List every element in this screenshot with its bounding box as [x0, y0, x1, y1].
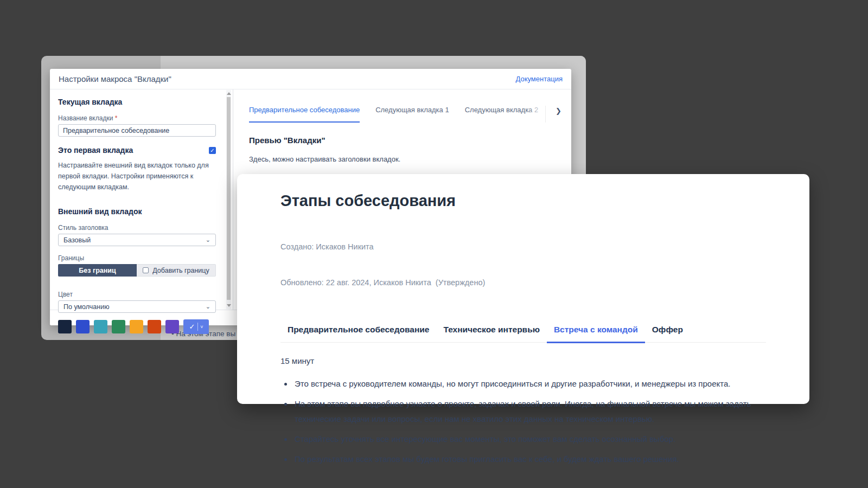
preview-tab-1[interactable]: Предварительное собеседование: [249, 106, 360, 123]
list-item: Это встреча с руководителем команды, но …: [293, 376, 766, 391]
list-item: По результатам всех этапов мы будем гото…: [293, 452, 766, 467]
first-tab-row: Это первая вкладка ✓: [58, 146, 216, 155]
preview-tab-2[interactable]: Следующая вкладка 1: [375, 106, 449, 123]
tab-name-input[interactable]: [58, 124, 216, 137]
preview-tabs-scroller: Предварительное собеседование Следующая …: [249, 106, 545, 123]
color-value: По умолчанию: [63, 303, 110, 311]
chevron-down-icon: ⌄: [206, 304, 210, 310]
color-swatch-orange[interactable]: [130, 320, 143, 333]
dialog-header: Настройки макроса "Вкладки" Документация: [50, 69, 571, 89]
chevron-down-icon: ˅: [200, 324, 203, 330]
border-add-checkbox[interactable]: [143, 267, 149, 273]
card-tab-offer[interactable]: Оффер: [645, 325, 690, 342]
scroll-down-icon[interactable]: [227, 304, 231, 307]
bullet-list: Это встреча с руководителем команды, но …: [280, 376, 766, 467]
required-asterisk: *: [115, 114, 118, 122]
preview-tabs-bar: Предварительное собеседование Следующая …: [249, 106, 571, 123]
color-swatch-teal[interactable]: [94, 320, 107, 333]
card-tab-preliminary[interactable]: Предварительное собеседование: [280, 325, 436, 342]
first-tab-label: Это первая вкладка: [58, 146, 133, 155]
duration-text: 15 минут: [280, 356, 766, 365]
card-tab-technical[interactable]: Техническое интервью: [436, 325, 546, 342]
scroll-up-icon[interactable]: [227, 92, 231, 95]
header-style-value: Базовый: [63, 236, 91, 244]
list-item: На этом этапе вы подробнее узнаете о про…: [293, 396, 766, 427]
color-swatch-blue[interactable]: [76, 320, 90, 333]
preview-heading: Превью "Вкладки": [249, 136, 571, 145]
tabs-next-button[interactable]: ❯: [545, 106, 571, 123]
color-swatch-purple[interactable]: [165, 320, 179, 333]
dialog-title: Настройки макроса "Вкладки": [59, 74, 171, 84]
section-appearance: Внешний вид вкладок: [58, 207, 216, 216]
card-tabs-bar: Предварительное собеседование Техническо…: [280, 325, 766, 343]
border-add-segment[interactable]: Добавить границу: [137, 264, 216, 277]
scrollbar-thumb[interactable]: [227, 97, 231, 300]
border-none-segment[interactable]: Без границ: [58, 264, 137, 277]
color-label: Цвет: [58, 291, 216, 298]
color-swatch-green[interactable]: [112, 320, 125, 333]
tab-name-label: Название вкладки *: [58, 114, 216, 122]
chevron-right-icon: ❯: [556, 107, 561, 115]
documentation-link[interactable]: Документация: [516, 75, 563, 83]
color-swatch-navy[interactable]: [58, 320, 72, 333]
borders-segmented-control: Без границ Добавить границу: [58, 264, 216, 277]
header-style-select[interactable]: Базовый ⌄: [58, 234, 216, 246]
color-select[interactable]: По умолчанию ⌄: [58, 300, 216, 313]
apply-color-button[interactable]: ✓ ˅: [183, 319, 209, 334]
card-tab-team-meeting[interactable]: Встреча с командой: [547, 325, 645, 343]
settings-panel: Текущая вкладка Название вкладки * Это п…: [50, 89, 233, 310]
button-divider: [197, 323, 198, 331]
page-title: Этапы собеседования: [280, 192, 766, 210]
settings-scrollbar[interactable]: [226, 90, 231, 309]
color-swatch-row: ✓ ˅: [58, 319, 216, 334]
preview-tab-3[interactable]: Следующая вкладка 2: [465, 106, 539, 123]
header-style-label: Стиль заголовка: [58, 224, 216, 232]
check-icon: ✓: [189, 323, 195, 331]
chevron-down-icon: ⌄: [206, 237, 210, 243]
first-tab-help-text: Настраивайте внешний вид вкладок только …: [58, 160, 216, 192]
page-meta: Создано: Искаков Никита Обновлено: 22 ав…: [280, 217, 766, 312]
created-line: Создано: Искаков Никита: [280, 241, 766, 253]
tab-name-label-text: Название вкладки: [58, 114, 115, 122]
preview-paragraph-1: Здесь, можно настраивать заголовки вклад…: [249, 155, 571, 163]
borders-label: Границы: [58, 254, 216, 262]
border-add-label: Добавить границу: [152, 267, 209, 274]
document-preview-card: Этапы собеседования Создано: Искаков Ник…: [237, 174, 809, 404]
list-item: Старайтесь уточнять все интересующие вас…: [293, 432, 766, 447]
section-current-tab: Текущая вкладка: [58, 98, 216, 106]
color-swatch-red[interactable]: [148, 320, 161, 333]
updated-line: Обновлено: 22 авг. 2024, Искаков Никита …: [280, 277, 766, 288]
first-tab-checkbox[interactable]: ✓: [209, 147, 216, 154]
